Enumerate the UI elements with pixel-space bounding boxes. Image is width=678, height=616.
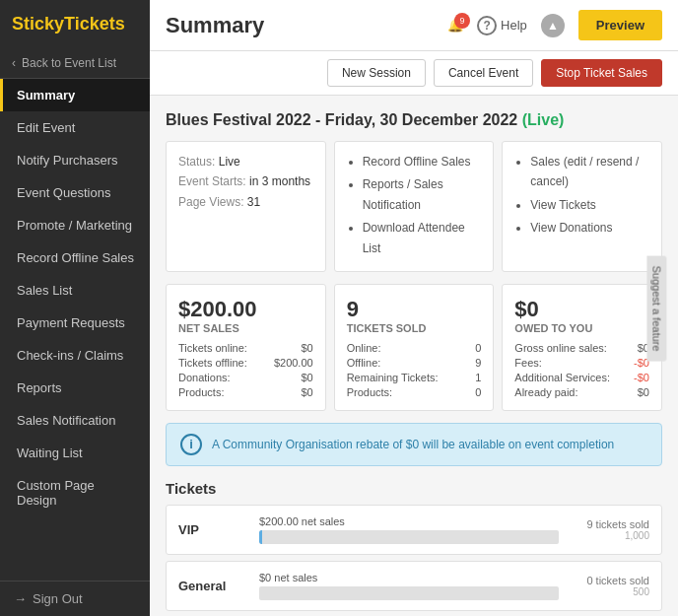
- stats-cards: $200.00 NET SALES Tickets online:$0 Tick…: [166, 284, 662, 411]
- sidebar-item-promote-marketing[interactable]: Promote / Marketing: [0, 209, 150, 241]
- tickets-products-label: Products:: [347, 386, 392, 398]
- info-card-features-col3: Sales (edit / resend / cancel) View Tick…: [502, 141, 662, 272]
- tickets-products-value: 0: [475, 386, 481, 398]
- sidebar-item-notify-purchasers[interactable]: Notify Purchasers: [0, 144, 150, 176]
- ticket-name-general: General: [178, 579, 247, 593]
- sidebar: StickyTickets ‹ Back to Event List Summa…: [0, 0, 150, 616]
- info-card-features-col2: Record Offline Sales Reports / Sales Not…: [334, 141, 495, 272]
- products-value: $0: [301, 386, 312, 398]
- offline-label: Offline:: [347, 357, 381, 369]
- sidebar-logo: StickyTickets: [0, 0, 150, 48]
- sidebar-nav: Summary Edit Event Notify Purchasers Eve…: [0, 79, 150, 581]
- donations-value: $0: [301, 372, 312, 383]
- bell-icon[interactable]: 🔔 9: [447, 18, 463, 33]
- info-banner: i A Community Organisation rebate of $0 …: [166, 423, 662, 466]
- stat-card-owed: $0 OWED TO YOU Gross online sales:$0 Fee…: [502, 284, 662, 411]
- help-button[interactable]: ? Help: [477, 16, 527, 35]
- sign-out-icon: →: [14, 591, 27, 606]
- ticket-row-general: General $0 net sales 0 tickets sold 500: [166, 561, 662, 611]
- feature-attendee-list: Download Attendee List: [363, 218, 482, 258]
- feature-record-offline: Record Offline Sales: [363, 152, 482, 171]
- sidebar-item-waiting-list[interactable]: Waiting List: [0, 437, 150, 469]
- status-value: Live: [219, 155, 240, 169]
- help-circle-icon: ?: [477, 16, 497, 35]
- stat-card-tickets-sold: 9 TICKETS SOLD Online:0 Offline:9 Remain…: [334, 284, 495, 411]
- ticket-bar-fill-vip: [259, 530, 262, 544]
- sidebar-item-sales-notification[interactable]: Sales Notification: [0, 404, 150, 437]
- tickets-offline-label: Tickets offline:: [178, 357, 247, 369]
- feature-sales-edit: Sales (edit / resend / cancel): [530, 152, 649, 192]
- help-label: Help: [501, 18, 527, 33]
- stop-ticket-sales-button[interactable]: Stop Ticket Sales: [541, 59, 662, 87]
- user-avatar[interactable]: ▲: [541, 14, 565, 37]
- general-capacity: 500: [571, 586, 649, 597]
- page-views-row: Page Views: 31: [178, 192, 313, 212]
- general-tickets-sold: 0 tickets sold: [571, 575, 649, 586]
- info-icon: i: [180, 434, 202, 455]
- logo-sticky: Sticky: [12, 14, 64, 34]
- tickets-online-label: Tickets online:: [178, 342, 247, 354]
- status-row: Status: Live: [178, 152, 313, 171]
- sidebar-item-summary[interactable]: Summary: [0, 79, 150, 111]
- sidebar-item-checkins-claims[interactable]: Check-ins / Claims: [0, 339, 150, 372]
- feature-view-donations: View Donations: [530, 218, 649, 238]
- already-paid-label: Already paid:: [514, 386, 577, 398]
- vip-capacity: 1,000: [571, 530, 649, 541]
- sidebar-item-payment-requests[interactable]: Payment Requests: [0, 307, 150, 339]
- tickets-sold-amount: 9: [347, 297, 482, 322]
- products-label: Products:: [178, 386, 224, 398]
- sidebar-item-custom-page-design[interactable]: Custom Page Design: [0, 469, 150, 516]
- tickets-section-title: Tickets: [166, 480, 662, 497]
- sign-out-label: Sign Out: [33, 591, 83, 606]
- tickets-section: Tickets VIP $200.00 net sales 9 tickets …: [166, 480, 662, 611]
- owed-label: OWED TO YOU: [514, 322, 649, 334]
- chevron-left-icon: ‹: [12, 56, 16, 70]
- feature-view-tickets: View Tickets: [530, 195, 649, 215]
- page-views-label: Page Views:: [178, 195, 244, 209]
- general-right-info: 0 tickets sold 500: [571, 575, 649, 597]
- sidebar-item-sales-list[interactable]: Sales List: [0, 274, 150, 307]
- ticket-bar-track-vip: [259, 530, 559, 544]
- remaining-value: 1: [475, 372, 481, 383]
- sidebar-item-record-offline-sales[interactable]: Record Offline Sales: [0, 241, 150, 274]
- owed-amount: $0: [514, 297, 649, 322]
- logo-tickets: Tickets: [64, 14, 125, 34]
- info-card-status: Status: Live Event Starts: in 3 months P…: [166, 141, 326, 272]
- ticket-bar-area-vip: $200.00 net sales: [259, 515, 559, 544]
- cancel-event-button[interactable]: Cancel Event: [434, 59, 533, 87]
- main-content: Summary 🔔 9 ? Help ▲ Preview New Session…: [150, 0, 678, 616]
- additional-label: Additional Services:: [514, 372, 610, 383]
- back-to-event-list[interactable]: ‹ Back to Event List: [0, 48, 150, 79]
- ticket-bar-area-general: $0 net sales: [259, 572, 559, 600]
- preview-button[interactable]: Preview: [578, 10, 662, 40]
- event-starts-row: Event Starts: in 3 months: [178, 171, 313, 191]
- donations-label: Donations:: [178, 372, 231, 383]
- info-cards: Status: Live Event Starts: in 3 months P…: [166, 141, 662, 272]
- already-paid-value: $0: [638, 386, 649, 398]
- event-title: Blues Festival 2022 - Friday, 30 Decembe…: [166, 111, 662, 129]
- suggest-feature-tab[interactable]: Suggest a feature: [647, 255, 667, 361]
- live-badge: (Live): [522, 111, 565, 128]
- ticket-name-vip: VIP: [178, 522, 247, 537]
- new-session-button[interactable]: New Session: [327, 59, 426, 87]
- remaining-label: Remaining Tickets:: [347, 372, 439, 383]
- ticket-bar-label-vip: $200.00 net sales: [259, 515, 559, 527]
- stat-card-net-sales: $200.00 NET SALES Tickets online:$0 Tick…: [166, 284, 326, 411]
- sidebar-item-reports[interactable]: Reports: [0, 372, 150, 404]
- online-label: Online:: [347, 342, 381, 354]
- sidebar-item-event-questions[interactable]: Event Questions: [0, 176, 150, 209]
- banner-message: A Community Organisation rebate of $0 wi…: [212, 438, 614, 451]
- fees-label: Fees:: [514, 357, 542, 369]
- page-title: Summary: [166, 13, 436, 38]
- vip-net-sales: $200.00 net sales: [259, 515, 345, 527]
- tickets-sold-label: TICKETS SOLD: [347, 322, 482, 334]
- ticket-row-vip: VIP $200.00 net sales 9 tickets sold 1,0…: [166, 505, 662, 555]
- general-net-sales: $0 net sales: [259, 572, 317, 583]
- event-title-text: Blues Festival 2022 - Friday, 30 Decembe…: [166, 111, 517, 128]
- sign-out[interactable]: → Sign Out: [0, 581, 150, 616]
- page-views-value: 31: [247, 195, 260, 209]
- net-sales-amount: $200.00: [178, 297, 313, 322]
- vip-right-info: 9 tickets sold 1,000: [571, 518, 649, 541]
- content-area: Blues Festival 2022 - Friday, 30 Decembe…: [150, 96, 678, 616]
- sidebar-item-edit-event[interactable]: Edit Event: [0, 111, 150, 144]
